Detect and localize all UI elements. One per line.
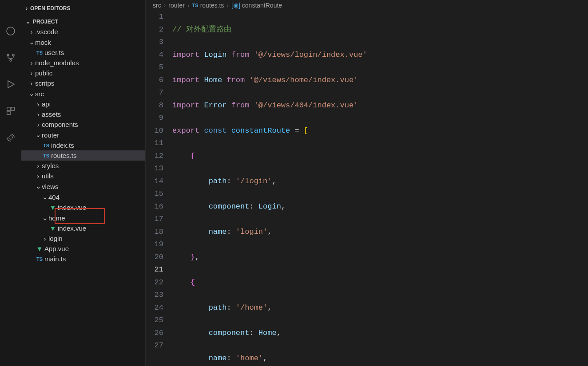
tree-folder-views[interactable]: ⌄views [21, 181, 145, 192]
tree-folder-vscode[interactable]: ›.vscode [21, 27, 145, 37]
svg-rect-5 [7, 107, 10, 110]
svg-point-2 [12, 54, 14, 56]
svg-point-1 [7, 54, 9, 56]
breadcrumb-seg[interactable]: src [153, 2, 161, 9]
project-header[interactable]: ⌄ PROJECT [21, 17, 145, 27]
activity-bar [0, 0, 21, 366]
editor-area: src › router › TS routes.ts › [◉] consta… [146, 0, 588, 366]
branch-icon[interactable] [4, 51, 17, 64]
tree-folder-scritps[interactable]: ›scritps [21, 78, 145, 88]
vue-icon: ▼ [48, 224, 58, 232]
tree-file-index-ts[interactable]: TSindex.ts [21, 140, 145, 150]
tree-file-404-index-vue[interactable]: ▼index.vue [21, 202, 145, 213]
line-gutter: 1234567891011121314151617181920212223242… [146, 11, 172, 366]
debug-icon[interactable] [4, 78, 17, 91]
svg-marker-4 [8, 81, 14, 88]
tree-folder-public[interactable]: ›public [21, 68, 145, 78]
chevron-right-icon: › [226, 2, 229, 9]
tree-file-routes-ts[interactable]: TSroutes.ts [21, 150, 145, 161]
tree-folder-styles[interactable]: ›styles [21, 161, 145, 171]
tree-folder-src[interactable]: ⌄src [21, 88, 145, 99]
open-editors-label: OPEN EDITORS [30, 5, 70, 12]
breadcrumb-seg[interactable]: router [168, 2, 185, 9]
tree-file-home-index-vue[interactable]: ▼index.vue [21, 223, 145, 233]
code-editor[interactable]: 1234567891011121314151617181920212223242… [146, 11, 588, 366]
tree-folder-404[interactable]: ⌄404 [21, 192, 145, 202]
tree-file-main-ts[interactable]: TSmain.ts [21, 254, 145, 264]
tree-folder-api[interactable]: ›api [21, 99, 145, 109]
svg-point-3 [10, 59, 12, 61]
tree-folder-utils[interactable]: ›utils [21, 171, 145, 181]
vue-icon: ▼ [35, 245, 44, 252]
ts-icon: TS [192, 3, 199, 8]
svg-rect-7 [7, 111, 10, 114]
breadcrumb[interactable]: src › router › TS routes.ts › [◉] consta… [146, 0, 588, 11]
tree-folder-login[interactable]: ›login [21, 233, 145, 244]
ts-icon: TS [41, 143, 51, 148]
tree-folder-assets[interactable]: ›assets [21, 109, 145, 119]
chevron-right-icon: › [164, 2, 166, 9]
ts-icon: TS [41, 153, 51, 158]
svg-point-8 [9, 136, 12, 139]
sidebar: › OPEN EDITORS ⌄ PROJECT ›.vscode ⌄mock … [21, 0, 146, 366]
chevron-right-icon: › [26, 5, 28, 12]
breadcrumb-file[interactable]: routes.ts [200, 2, 224, 9]
svg-rect-6 [11, 107, 14, 110]
breadcrumb-symbol[interactable]: constantRoute [242, 2, 282, 9]
chevron-down-icon: ⌄ [26, 19, 30, 25]
tree-folder-router[interactable]: ⌄router [21, 130, 145, 140]
circle-icon[interactable] [4, 25, 17, 37]
vue-icon: ▼ [48, 204, 58, 211]
tree-file-user-ts[interactable]: TSuser.ts [21, 47, 145, 58]
chevron-right-icon: › [187, 2, 190, 9]
layout-icon[interactable] [4, 105, 17, 117]
variable-icon: [◉] [231, 2, 240, 9]
open-editors-header[interactable]: › OPEN EDITORS [21, 4, 145, 13]
code-content[interactable]: // 对外配置路由 import Login from '@/views/log… [172, 11, 588, 366]
tree-file-app-vue[interactable]: ▼App.vue [21, 244, 145, 254]
ai-icon[interactable] [4, 131, 17, 144]
tree-folder-components[interactable]: ›components [21, 119, 145, 130]
tree-folder-mock[interactable]: ⌄mock [21, 37, 145, 47]
ts-icon: TS [35, 256, 44, 262]
project-label: PROJECT [33, 19, 58, 25]
svg-point-0 [7, 27, 15, 35]
ts-icon: TS [35, 50, 44, 55]
tree-folder-node-modules[interactable]: ›node_modules [21, 58, 145, 68]
tree-folder-home[interactable]: ⌄home [21, 213, 145, 223]
